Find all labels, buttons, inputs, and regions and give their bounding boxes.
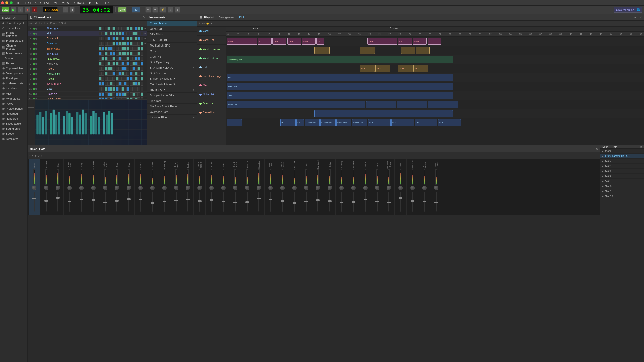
sidebar-item-packs[interactable]: ◉ Packs: [0, 101, 27, 106]
slots-minimize[interactable]: −: [638, 145, 639, 148]
step-pad[interactable]: [121, 87, 124, 91]
mixer-tool-3[interactable]: ⊖: [37, 154, 40, 157]
mixer-pan-knob[interactable]: [398, 186, 403, 190]
step-pad[interactable]: [110, 37, 113, 40]
step-pad[interactable]: [127, 47, 129, 51]
mixer-channel[interactable]: Chords: [206, 159, 217, 215]
channel-solo-btn[interactable]: [35, 43, 37, 45]
step-pad[interactable]: [132, 62, 135, 66]
channel-solo-btn[interactable]: [35, 58, 37, 60]
channel-add-btn[interactable]: +: [144, 77, 147, 81]
step-pad[interactable]: [124, 47, 127, 51]
step-pad[interactable]: [113, 77, 115, 81]
mixer-pan-knob[interactable]: [56, 186, 60, 190]
mixer-pan-knob[interactable]: [209, 186, 214, 190]
step-pad[interactable]: [102, 77, 104, 81]
step-pad[interactable]: [132, 42, 135, 46]
playlist-tool-4[interactable]: ✂: [210, 22, 213, 25]
dropdown-item[interactable]: SFX Cym Noisy: [147, 59, 197, 65]
mixer-channel[interactable]: Vocal Dist: [407, 159, 418, 215]
mixer-pan-knob[interactable]: [79, 186, 84, 190]
step-pad[interactable]: [105, 57, 107, 61]
mixer-fader-handle[interactable]: [364, 199, 367, 200]
step-pad[interactable]: [107, 87, 110, 91]
step-pad[interactable]: [124, 92, 127, 96]
step-pad[interactable]: [110, 97, 113, 100]
step-pad[interactable]: [113, 62, 115, 66]
slots-close[interactable]: ×: [640, 145, 642, 148]
step-pad[interactable]: [107, 37, 110, 40]
mixer-fader-handle[interactable]: [233, 202, 237, 203]
beats-denominator[interactable]: 4: [70, 7, 75, 13]
track-label-item[interactable]: Sidechain Trigger: [197, 72, 226, 81]
mixer-pan-knob[interactable]: [280, 186, 285, 190]
channel-solo-btn[interactable]: [35, 28, 37, 30]
channel-row[interactable]: 9Open Hat+: [28, 41, 147, 46]
step-pad[interactable]: [102, 47, 104, 51]
step-pad[interactable]: [105, 37, 107, 40]
mixer-pan-knob[interactable]: [245, 186, 249, 190]
play-btn[interactable]: ▶: [11, 7, 16, 13]
step-pad[interactable]: [127, 27, 129, 30]
channel-mute-btn[interactable]: [33, 43, 35, 45]
channel-row[interactable]: 6Noise...mbal+: [28, 71, 147, 76]
step-pad[interactable]: [116, 97, 118, 100]
track-row[interactable]: Vocal Delay Vol: [226, 55, 644, 64]
step-pad[interactable]: [99, 47, 102, 51]
mixer-channel[interactable]: Wood: [147, 159, 158, 215]
channel-row[interactable]: 2Kick+: [28, 31, 147, 36]
step-pad[interactable]: [99, 77, 102, 81]
channel-name[interactable]: Ride 2: [46, 77, 99, 80]
channel-row[interactable]: 1Side...igger+: [28, 26, 147, 31]
sidebar-item-soundfonts[interactable]: ◉ Soundfonts: [0, 126, 27, 131]
step-pad[interactable]: [135, 32, 138, 35]
step-pad[interactable]: [113, 52, 115, 56]
menu-add[interactable]: ADD: [35, 1, 41, 4]
menu-tools[interactable]: TOOLS: [89, 1, 98, 4]
channel-name[interactable]: Kick: [46, 32, 99, 35]
record-btn[interactable]: ●: [32, 7, 37, 13]
dropdown-item[interactable]: Crash #2: [147, 54, 197, 59]
step-pad[interactable]: [116, 52, 118, 56]
channel-solo-btn[interactable]: [35, 68, 37, 70]
step-pad[interactable]: [138, 57, 140, 61]
step-pad[interactable]: [107, 62, 110, 66]
step-pad[interactable]: [124, 62, 127, 66]
step-pad[interactable]: [99, 87, 102, 91]
mixer-pan-knob[interactable]: [174, 186, 178, 190]
step-pad[interactable]: [105, 62, 107, 66]
mixer-fader-handle[interactable]: [92, 199, 95, 201]
step-pad[interactable]: [130, 32, 132, 35]
snap-btn[interactable]: Line: [118, 7, 127, 13]
dropdown-item[interactable]: Toy Rip SFX▸: [147, 87, 197, 93]
step-pad[interactable]: [116, 87, 118, 91]
step-pad[interactable]: [135, 72, 138, 76]
step-pad[interactable]: [141, 37, 143, 40]
step-pad[interactable]: [110, 82, 113, 86]
track-row[interactable]: Sidechain: [226, 82, 644, 91]
clip-block[interactable]: Closed Hat: [352, 119, 367, 126]
mixer-pan-knob[interactable]: [103, 186, 107, 190]
mixer-pan-knob[interactable]: [115, 186, 119, 190]
step-pad[interactable]: [118, 47, 121, 51]
step-pad[interactable]: [141, 72, 143, 76]
step-pad[interactable]: [130, 62, 132, 66]
online-btn[interactable]: Click for online . 🌐: [614, 7, 642, 13]
step-pad[interactable]: [118, 82, 121, 86]
step-pad[interactable]: [105, 27, 107, 30]
step-pad[interactable]: [116, 67, 118, 71]
channel-name[interactable]: Side...igger: [46, 27, 99, 30]
step-pad[interactable]: [130, 97, 132, 100]
dropdown-item[interactable]: Closed Hat #4: [147, 21, 197, 26]
clip-block[interactable]: Vo..n: [413, 65, 428, 72]
pattern-selector[interactable]: Kick: [132, 7, 140, 13]
mixer-pan-knob[interactable]: [32, 186, 36, 190]
channel-mute-btn[interactable]: [33, 63, 35, 65]
track-label-item[interactable]: Noise Hat: [197, 90, 226, 99]
step-pad[interactable]: [102, 52, 104, 56]
mixer-slot-item[interactable]: ▸Fruity parametric EQ 2: [600, 154, 644, 159]
step-pad[interactable]: [105, 72, 107, 76]
step-pad[interactable]: [132, 82, 135, 86]
channel-row[interactable]: 30Crash #2+: [28, 92, 147, 97]
channel-row[interactable]: 1Ride 1+: [28, 66, 147, 71]
